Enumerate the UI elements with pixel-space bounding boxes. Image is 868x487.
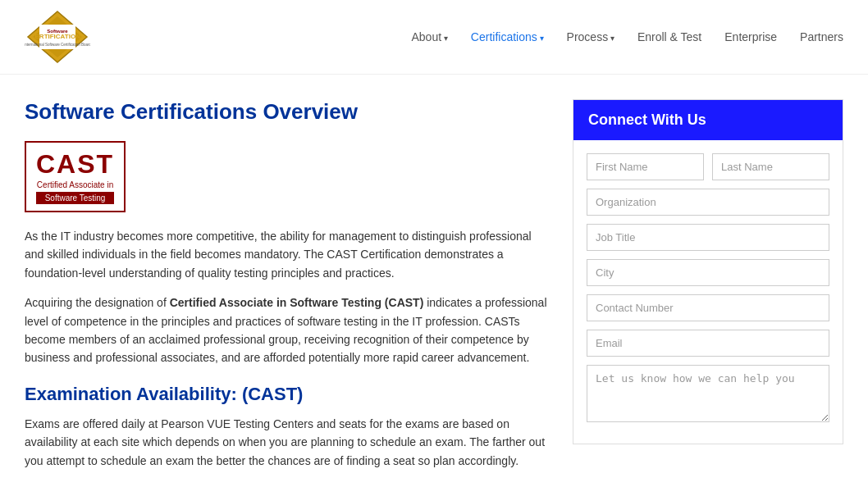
first-name-input[interactable]	[587, 153, 704, 180]
nav-enroll-test[interactable]: Enroll & Test	[637, 30, 701, 43]
para2-prefix: Acquiring the designation of	[25, 296, 170, 309]
svg-text:CERTIFICATIONS: CERTIFICATIONS	[30, 33, 85, 40]
para2-bold: Certified Associate in Software Testing …	[170, 296, 424, 309]
last-name-input[interactable]	[712, 153, 829, 180]
nav-enterprise[interactable]: Enterprise	[724, 30, 777, 43]
city-input[interactable]	[587, 259, 829, 286]
cast-sub-line1: Certified Associate in	[36, 180, 114, 190]
contact-number-input[interactable]	[587, 294, 829, 321]
message-textarea[interactable]	[587, 365, 829, 422]
main-nav: About Certifications Process Enroll & Te…	[411, 30, 843, 43]
email-input[interactable]	[587, 330, 829, 357]
job-title-row	[587, 224, 829, 251]
main-container: Software Certifications Overview CAST Ce…	[0, 75, 868, 487]
job-title-input[interactable]	[587, 224, 829, 251]
svg-text:International Software Certifi: International Software Certification Boa…	[25, 43, 90, 47]
logo-icon: Software CERTIFICATIONS International So…	[25, 8, 90, 66]
cast-acronym: CAST	[36, 149, 114, 180]
paragraph1: As the IT industry becomes more competit…	[25, 227, 548, 282]
last-name-wrap	[712, 153, 829, 180]
nav-certifications[interactable]: Certifications	[471, 30, 544, 43]
contact-number-row	[587, 294, 829, 321]
paragraph2: Acquiring the designation of Certified A…	[25, 294, 548, 367]
exam-text: Exams are offered daily at Pearson VUE T…	[25, 415, 548, 470]
nav-process[interactable]: Process	[567, 30, 614, 43]
organization-row	[587, 189, 829, 216]
exam-title: Examination Availability: (CAST)	[25, 384, 548, 405]
left-content: Software Certifications Overview CAST Ce…	[25, 99, 548, 481]
email-row	[587, 330, 829, 357]
city-row	[587, 259, 829, 286]
connect-form	[573, 140, 843, 444]
name-row	[587, 153, 829, 180]
logo-wrap[interactable]: Software CERTIFICATIONS International So…	[25, 8, 90, 66]
page-title: Software Certifications Overview	[25, 99, 548, 125]
sidebar: Connect With Us	[573, 99, 843, 481]
connect-box: Connect With Us	[573, 99, 843, 444]
first-name-wrap	[587, 153, 704, 180]
connect-header: Connect With Us	[573, 100, 843, 140]
organization-input[interactable]	[587, 189, 829, 216]
cast-logo-box: CAST Certified Associate in Software Tes…	[25, 141, 126, 212]
cast-sub-line2: Software Testing	[36, 192, 114, 204]
message-row	[587, 365, 829, 422]
header: Software CERTIFICATIONS International So…	[0, 0, 868, 75]
nav-partners[interactable]: Partners	[800, 30, 843, 43]
nav-about[interactable]: About	[411, 30, 447, 43]
